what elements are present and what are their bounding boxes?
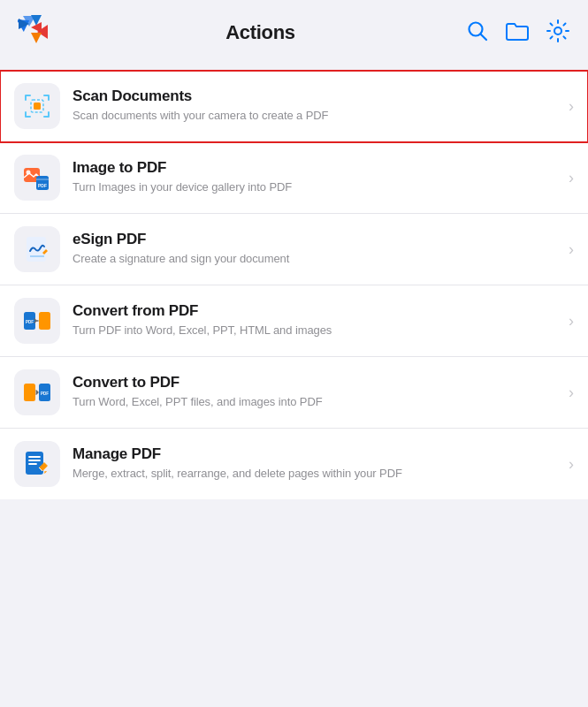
image-to-pdf-title: Image to PDF xyxy=(73,159,561,177)
svg-rect-8 xyxy=(34,103,41,110)
manage-pdf-title: Manage PDF xyxy=(73,445,561,463)
svg-marker-3 xyxy=(31,33,42,43)
convert-to-pdf-title: Convert to PDF xyxy=(73,374,561,392)
scan-documents-title: Scan Documents xyxy=(73,87,561,105)
manage-pdf-subtitle: Merge, extract, split, rearrange, and de… xyxy=(73,466,561,482)
manage-pdf-icon xyxy=(14,441,60,487)
list-item-image-to-pdf[interactable]: PDF Image to PDF Turn Images in your dev… xyxy=(0,142,588,214)
svg-line-5 xyxy=(480,34,486,41)
convert-from-pdf-icon: PDF xyxy=(14,298,60,344)
manage-pdf-chevron: › xyxy=(569,455,574,474)
list-item-convert-from-pdf[interactable]: PDF Convert from PDF Turn PDF into Word,… xyxy=(0,285,588,357)
convert-to-pdf-chevron: › xyxy=(569,384,574,402)
svg-marker-23 xyxy=(43,470,47,474)
esign-pdf-subtitle: Create a signature and sign your documen… xyxy=(73,251,561,267)
scan-documents-icon xyxy=(14,83,60,129)
scan-documents-content: Scan Documents Scan documents with your … xyxy=(73,87,561,124)
svg-rect-18 xyxy=(24,384,35,401)
convert-from-pdf-content: Convert from PDF Turn PDF into Word, Exc… xyxy=(73,302,561,338)
list-item-convert-to-pdf[interactable]: PDF Convert to PDF Turn Word, Excel, PPT… xyxy=(0,357,588,429)
esign-pdf-title: eSign PDF xyxy=(73,231,561,248)
svg-rect-21 xyxy=(26,452,43,475)
list-item-esign-pdf[interactable]: eSign PDF Create a signature and sign yo… xyxy=(0,214,588,285)
svg-rect-17 xyxy=(39,312,50,330)
manage-pdf-content: Manage PDF Merge, extract, split, rearra… xyxy=(73,445,561,482)
list-item-scan-documents[interactable]: Scan Documents Scan documents with your … xyxy=(0,71,588,142)
image-to-pdf-chevron: › xyxy=(569,169,574,187)
convert-to-pdf-icon: PDF xyxy=(14,369,60,415)
image-to-pdf-subtitle: Turn Images in your device gallery into … xyxy=(73,179,561,195)
esign-pdf-icon xyxy=(14,226,60,272)
convert-from-pdf-chevron: › xyxy=(569,312,574,331)
convert-to-pdf-subtitle: Turn Word, Excel, PPT files, and images … xyxy=(73,394,561,410)
convert-from-pdf-title: Convert from PDF xyxy=(73,302,561,320)
folder-icon[interactable] xyxy=(505,19,530,46)
actions-list: Scan Documents Scan documents with your … xyxy=(0,71,588,499)
convert-from-pdf-subtitle: Turn PDF into Word, Excel, PPT, HTML and… xyxy=(73,323,561,338)
scan-documents-chevron: › xyxy=(569,97,574,116)
scan-documents-subtitle: Scan documents with your camera to creat… xyxy=(73,108,561,124)
list-item-manage-pdf[interactable]: Manage PDF Merge, extract, split, rearra… xyxy=(0,429,588,499)
search-icon[interactable] xyxy=(466,19,489,46)
svg-text:PDF: PDF xyxy=(26,320,34,324)
esign-pdf-chevron: › xyxy=(569,240,574,259)
svg-point-6 xyxy=(554,27,561,34)
settings-icon[interactable] xyxy=(546,19,570,47)
image-to-pdf-icon: PDF xyxy=(14,155,60,201)
header: Actions xyxy=(0,0,588,62)
page-title: Actions xyxy=(225,21,295,44)
image-to-pdf-content: Image to PDF Turn Images in your device … xyxy=(73,159,561,195)
svg-text:PDF: PDF xyxy=(38,183,47,188)
convert-to-pdf-content: Convert to PDF Turn Word, Excel, PPT fil… xyxy=(73,374,561,410)
header-actions xyxy=(466,19,570,47)
app-logo xyxy=(18,14,55,51)
esign-pdf-content: eSign PDF Create a signature and sign yo… xyxy=(73,231,561,267)
svg-text:PDF: PDF xyxy=(41,392,49,396)
